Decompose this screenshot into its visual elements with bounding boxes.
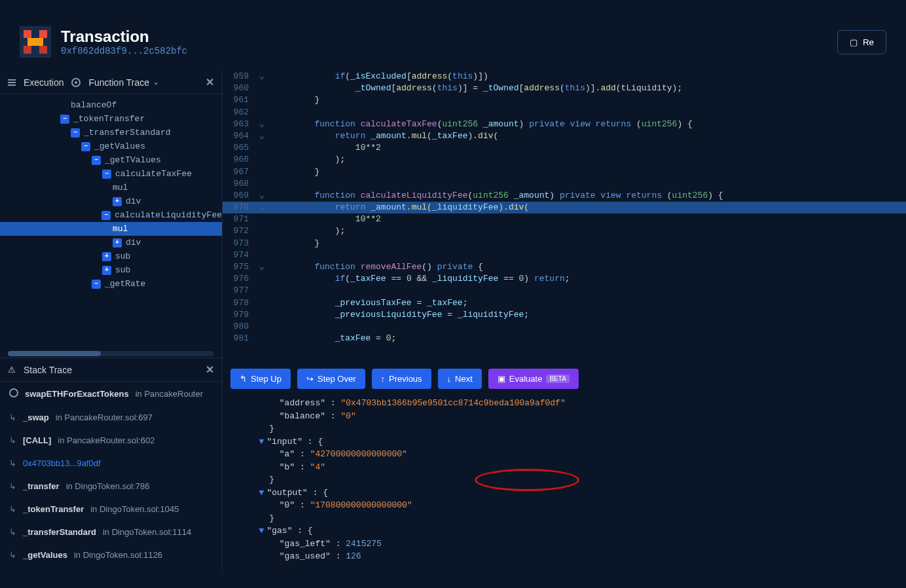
caret-down-icon[interactable]: ▼ <box>259 487 264 500</box>
code-line-959[interactable]: 959⌄ if(_isExcluded[address(this)]) <box>223 71 906 83</box>
close-execution-button[interactable]: ✕ <box>206 76 214 88</box>
previous-button[interactable]: ↑Previous <box>372 369 431 389</box>
trace-node-mul[interactable]: mul <box>0 181 222 194</box>
stack-frame[interactable]: ↳ 0x4703bb13...9af0df <box>0 452 222 475</box>
stack-frame[interactable]: ↳_transferStandard in DingoToken.sol:111… <box>0 521 222 543</box>
stack-frame[interactable]: ↳_getValues in DingoToken.sol:1126 <box>0 543 222 566</box>
fold-icon[interactable]: ⌄ <box>255 202 268 213</box>
line-number: 967 <box>223 166 255 178</box>
stack-frame[interactable]: ↳[CALL] in PancakeRouter.sol:602 <box>0 429 222 452</box>
trace-node-_getRate[interactable]: _getRate <box>0 277 222 291</box>
code-line-973[interactable]: 973 } <box>223 238 906 249</box>
stack-function: _tokenTransfer <box>23 504 84 514</box>
collapse-icon[interactable] <box>92 156 101 165</box>
trace-label: _tokenTransfer <box>73 114 145 124</box>
collapse-icon[interactable] <box>81 142 90 151</box>
caret-down-icon[interactable]: ▼ <box>259 524 264 538</box>
trace-node-mul[interactable]: mul <box>0 222 222 236</box>
line-number: 974 <box>223 249 255 261</box>
code-line-965[interactable]: 965 10**2 <box>223 142 906 154</box>
trace-node-div[interactable]: div <box>0 236 222 249</box>
line-number: 977 <box>223 285 255 297</box>
fold-icon <box>255 309 268 321</box>
trace-node-sub[interactable]: sub <box>0 263 222 277</box>
code-line-977[interactable]: 977 <box>223 285 906 297</box>
stack-frame[interactable]: ↳_getTValues in DingoToken.sol:918 <box>0 566 222 574</box>
collapse-icon[interactable] <box>102 170 111 179</box>
trace-tree[interactable]: balanceOf_tokenTransfer_transferStandard… <box>0 94 222 350</box>
next-button[interactable]: ↓Next <box>438 369 482 389</box>
main: Execution Function Trace ⌄ ✕ balanceOf_t… <box>0 71 906 574</box>
fold-icon <box>255 225 268 237</box>
fold-icon[interactable]: ⌄ <box>255 261 268 273</box>
trace-node-_getValues[interactable]: _getValues <box>0 139 222 153</box>
stack-location: in PancakeRouter.sol:602 <box>58 435 154 445</box>
caret-down-icon[interactable]: ▼ <box>259 435 264 449</box>
trace-node-sub[interactable]: sub <box>0 249 222 263</box>
stack-location: in DingoToken.sol:786 <box>66 481 150 491</box>
code-line-972[interactable]: 972 ); <box>223 225 906 237</box>
fold-icon[interactable]: ⌄ <box>255 71 268 83</box>
code-line-970[interactable]: 970⌄ return _amount.mul(_liquidityFee).d… <box>223 202 906 213</box>
arrow-up-left-icon: ↰ <box>240 374 247 384</box>
code-line-968[interactable]: 968 <box>223 178 906 190</box>
trace-node-_tokenTransfer[interactable]: _tokenTransfer <box>0 112 222 126</box>
code-line-981[interactable]: 981 _taxFee = 0; <box>223 333 906 344</box>
code-line-962[interactable]: 962 <box>223 107 906 119</box>
step-up-button[interactable]: ↰Step Up <box>230 369 291 389</box>
code-line-971[interactable]: 971 10**2 <box>223 213 906 225</box>
svg-rect-4 <box>24 46 31 54</box>
trace-node-balanceOf[interactable]: balanceOf <box>0 98 222 112</box>
code-line-966[interactable]: 966 ); <box>223 154 906 166</box>
evaluate-button[interactable]: ▣EvaluateBETA <box>488 369 579 389</box>
line-number: 966 <box>223 154 255 166</box>
stack-frame[interactable]: ↳_swap in PancakeRouter.sol:697 <box>0 406 222 429</box>
stack-frame[interactable]: swapETHForExactTokens in PancakeRouter <box>0 382 222 406</box>
code-line-978[interactable]: 978 _previousTaxFee = _taxFee; <box>223 297 906 309</box>
fold-icon[interactable]: ⌄ <box>255 190 268 202</box>
trace-node-calculateTaxFee[interactable]: calculateTaxFee <box>0 167 222 181</box>
collapse-icon[interactable] <box>71 128 80 138</box>
expand-icon[interactable] <box>102 252 111 261</box>
collapse-icon[interactable] <box>92 280 101 289</box>
expand-icon[interactable] <box>102 266 111 275</box>
comment-icon: ▢ <box>850 37 858 47</box>
collapse-icon[interactable] <box>101 211 111 220</box>
code-line-969[interactable]: 969⌄ function calculateLiquidityFee(uint… <box>223 190 906 202</box>
fold-icon[interactable]: ⌄ <box>255 130 268 142</box>
fold-icon[interactable]: ⌄ <box>255 119 268 130</box>
code-line-980[interactable]: 980 <box>223 321 906 333</box>
code-line-963[interactable]: 963⌄ function calculateTaxFee(uint256 _a… <box>223 119 906 130</box>
code-line-979[interactable]: 979 _previousLiquidityFee = _liquidityFe… <box>223 309 906 321</box>
code-line-961[interactable]: 961 } <box>223 94 906 106</box>
expand-icon[interactable] <box>113 197 122 206</box>
code-line-975[interactable]: 975⌄ function removeAllFee() private { <box>223 261 906 273</box>
execution-panel-header: Execution Function Trace ⌄ ✕ <box>0 71 222 94</box>
stack-function: _getValues <box>23 550 67 560</box>
code-editor[interactable]: 959⌄ if(_isExcluded[address(this)])960 _… <box>223 71 906 361</box>
trace-node-_getTValues[interactable]: _getTValues <box>0 153 222 167</box>
code-line-964[interactable]: 964⌄ return _amount.mul(_taxFee).div( <box>223 130 906 142</box>
code-line-974[interactable]: 974 <box>223 249 906 261</box>
stack-frame[interactable]: ↳_transfer in DingoToken.sol:786 <box>0 475 222 498</box>
collapse-icon[interactable] <box>60 115 69 124</box>
line-number: 978 <box>223 297 255 309</box>
svg-rect-1 <box>24 30 31 38</box>
trace-node-_transferStandard[interactable]: _transferStandard <box>0 126 222 139</box>
horizontal-scrollbar[interactable] <box>8 351 214 356</box>
close-stack-button[interactable]: ✕ <box>206 363 214 376</box>
stack-frame[interactable]: ↳_tokenTransfer in DingoToken.sol:1045 <box>0 498 222 521</box>
step-over-button[interactable]: ↪Step Over <box>297 369 365 389</box>
replay-button[interactable]: ▢ Re <box>837 30 886 54</box>
trace-node-calculateLiquidityFee[interactable]: calculateLiquidityFee <box>0 208 222 222</box>
function-trace-dropdown[interactable]: Function Trace ⌄ <box>88 77 158 88</box>
code-line-976[interactable]: 976 if(_taxFee == 0 && _liquidityFee == … <box>223 273 906 285</box>
code-content: return _amount.mul(_taxFee).div( <box>268 130 498 142</box>
expand-icon[interactable] <box>113 238 122 248</box>
code-line-960[interactable]: 960 _tOwned[address(this)] = _tOwned[add… <box>223 83 906 94</box>
trace-node-div[interactable]: div <box>0 194 222 208</box>
data-viewer[interactable]: "address" : "0x4703bb1366b95e9501cc8714c… <box>223 397 906 574</box>
transaction-hash[interactable]: 0xf862dd83f9...2c582bfc <box>61 46 187 56</box>
line-number: 976 <box>223 273 255 285</box>
code-line-967[interactable]: 967 } <box>223 166 906 178</box>
